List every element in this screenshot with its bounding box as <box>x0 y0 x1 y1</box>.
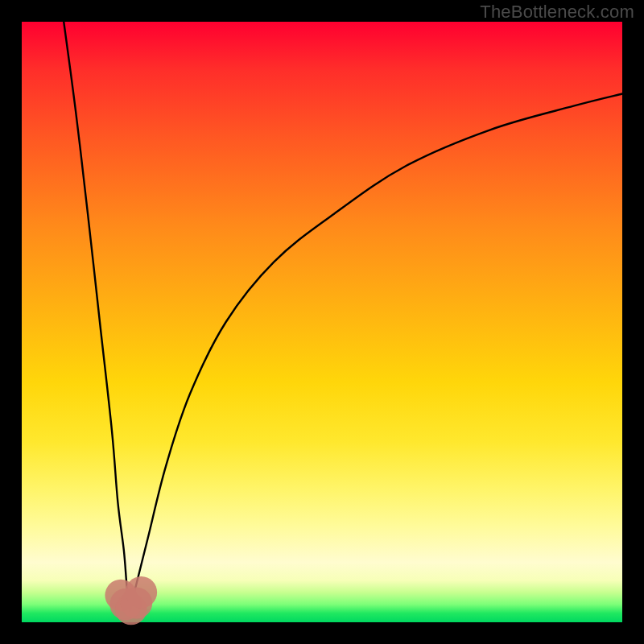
bottleneck-curve-svg <box>22 22 622 622</box>
watermark-text: TheBottleneck.com <box>480 2 634 23</box>
curve-left-branch <box>64 22 130 610</box>
plot-area <box>22 22 622 622</box>
chart-frame: TheBottleneck.com <box>0 0 644 644</box>
curve-right-branch <box>130 94 622 611</box>
trough-markers <box>105 576 157 625</box>
trough-marker <box>126 576 157 608</box>
